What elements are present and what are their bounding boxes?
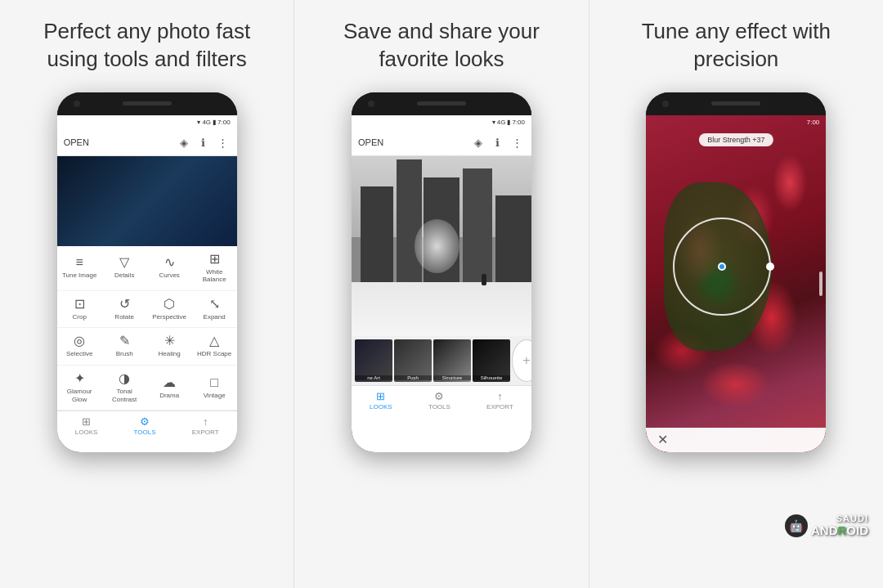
tonal-icon (119, 372, 130, 385)
panel-looks: Save and share yourfavorite looks ▾ 4G ▮… (294, 0, 588, 588)
tool-selective[interactable]: Selective (57, 328, 102, 366)
blur-center-dot[interactable] (718, 263, 726, 271)
phone-1-screen: ▾ 4G ▮ 7:00 OPEN ◈ ℹ ⋮ Tune Imag (57, 115, 237, 452)
building-4 (463, 168, 491, 285)
tool-healing[interactable]: Healing (147, 328, 192, 366)
tool-selective-label: Selective (66, 350, 92, 358)
glamour-icon (74, 372, 85, 385)
phone-1-camera (74, 101, 80, 107)
tool-rotate-label: Rotate (114, 313, 134, 321)
tool-perspective[interactable]: Perspective (147, 291, 192, 329)
tool-rotate[interactable]: Rotate (102, 291, 147, 329)
battery-icon: ▮ (213, 119, 216, 126)
figure (482, 274, 486, 285)
phone-2-screen: ▾ 4G ▮ 7:00 OPEN ◈ ℹ ⋮ (352, 115, 531, 452)
rotate-icon (119, 298, 130, 311)
nav-looks-1[interactable]: ⊞ LOOKS (75, 415, 98, 436)
expand-icon (209, 298, 220, 311)
healing-icon (164, 334, 175, 348)
building-2 (397, 159, 422, 285)
tool-expand[interactable]: Expand (192, 291, 237, 329)
main-container: Perfect any photo fastusing tools and fi… (0, 0, 883, 588)
tool-vintage[interactable]: Vintage (192, 366, 237, 411)
details-icon (119, 256, 129, 269)
layers-icon-2[interactable]: ◈ (471, 135, 486, 150)
phone-1-bottom-nav: ⊞ LOOKS ⚙ TOOLS ↑ EXPORT (57, 411, 237, 440)
tool-tonal[interactable]: Tonal Contrast (102, 366, 147, 411)
android-text: ANDROID (811, 523, 868, 537)
nav-export-1[interactable]: ↑ EXPORT (192, 415, 219, 436)
tool-crop[interactable]: Crop (57, 291, 102, 329)
mascot-icon: 🤖 (785, 514, 808, 537)
status-time-2: 7:00 (512, 119, 525, 126)
toolbar-open-2[interactable]: OPEN (358, 137, 466, 147)
thumb-silhouette[interactable]: Silhouette (473, 339, 510, 382)
building-5 (495, 195, 531, 285)
phone-2-camera (368, 101, 374, 107)
tool-hdr[interactable]: HDR Scape (192, 328, 237, 366)
phone-2-bottom-nav: ⊞ LOOKS ⚙ TOOLS ↑ EXPORT (352, 385, 531, 415)
thumb-push[interactable]: Push (394, 339, 432, 382)
more-icon[interactable]: ⋮ (216, 135, 231, 150)
signal-icon: 4G (202, 119, 211, 126)
tool-crop-label: Crop (72, 313, 86, 321)
tools-grid: Tune Image Details Curves White Balance (57, 246, 237, 411)
tool-tune-image[interactable]: Tune Image (57, 246, 102, 291)
tool-glamour[interactable]: Glamour Glow (57, 366, 102, 411)
phone-2: ▾ 4G ▮ 7:00 OPEN ◈ ℹ ⋮ (352, 92, 531, 452)
thumb-art[interactable]: ne Art (355, 339, 392, 382)
flowers-photo: 7:00 Blur Strength +37 (646, 115, 826, 452)
thumb-structure[interactable]: Structure (433, 339, 471, 382)
perspective-icon (164, 298, 175, 311)
tool-vintage-label: Vintage (204, 392, 226, 400)
smoke (415, 219, 459, 273)
panel-2-title: Save and share yourfavorite looks (319, 0, 564, 88)
phone-1-speaker (123, 101, 172, 105)
tool-hdr-label: HDR Scape (197, 350, 231, 358)
tools-nav-label: TOOLS (134, 429, 156, 436)
nav-tools-2[interactable]: ⚙ TOOLS (428, 390, 450, 411)
info-icon-2[interactable]: ℹ (491, 135, 505, 150)
export-nav-icon: ↑ (203, 415, 208, 428)
info-icon[interactable]: ℹ (196, 135, 211, 150)
layers-icon[interactable]: ◈ (177, 135, 191, 150)
building-1 (361, 186, 393, 285)
blur-handle[interactable] (766, 263, 774, 271)
thumb-add[interactable]: + (512, 339, 531, 382)
tool-wb-label: White Balance (194, 268, 235, 284)
tool-drama[interactable]: Drama (147, 366, 192, 411)
export-nav-label: EXPORT (192, 429, 219, 436)
phone-3-camera (662, 101, 669, 107)
wb-icon (209, 253, 220, 266)
tool-brush[interactable]: Brush (102, 328, 147, 366)
looks-nav-label-2: LOOKS (370, 403, 392, 411)
bw-photo (352, 156, 531, 336)
blur-strength-label: Blur Strength +37 (699, 133, 773, 146)
curves-icon (164, 256, 175, 269)
phone-2-top (352, 92, 531, 115)
vintage-icon (210, 376, 218, 389)
nav-looks-2[interactable]: ⊞ LOOKS (370, 390, 392, 411)
tool-details[interactable]: Details (102, 246, 147, 291)
phone-1: ▾ 4G ▮ 7:00 OPEN ◈ ℹ ⋮ Tune Imag (57, 92, 237, 452)
phone-1-top (57, 92, 237, 115)
panel-precision: Tune any effect withprecision 7:00 (589, 0, 883, 588)
close-button[interactable]: ✕ (657, 432, 668, 447)
tool-healing-label: Healing (159, 350, 181, 358)
more-icon-2[interactable]: ⋮ (510, 135, 525, 150)
edge-handle[interactable] (819, 272, 822, 296)
nav-tools-1[interactable]: ⚙ TOOLS (134, 415, 156, 436)
blur-circle (673, 218, 771, 316)
panel-tools: Perfect any photo fastusing tools and fi… (0, 0, 294, 588)
tools-nav-icon-2: ⚙ (434, 390, 444, 402)
looks-nav-icon-2: ⊞ (376, 390, 385, 402)
status-time-3: 7:00 (807, 119, 820, 126)
drama-icon (163, 376, 176, 389)
thumbnails-row: ne Art Push Structure Silhouette + (352, 336, 531, 385)
hdr-icon (209, 334, 219, 348)
bw-snow (352, 282, 531, 336)
toolbar-open-1[interactable]: OPEN (64, 137, 172, 147)
tool-wb[interactable]: White Balance (192, 246, 237, 291)
tool-curves[interactable]: Curves (147, 246, 192, 291)
nav-export-2[interactable]: ↑ EXPORT (486, 390, 513, 411)
